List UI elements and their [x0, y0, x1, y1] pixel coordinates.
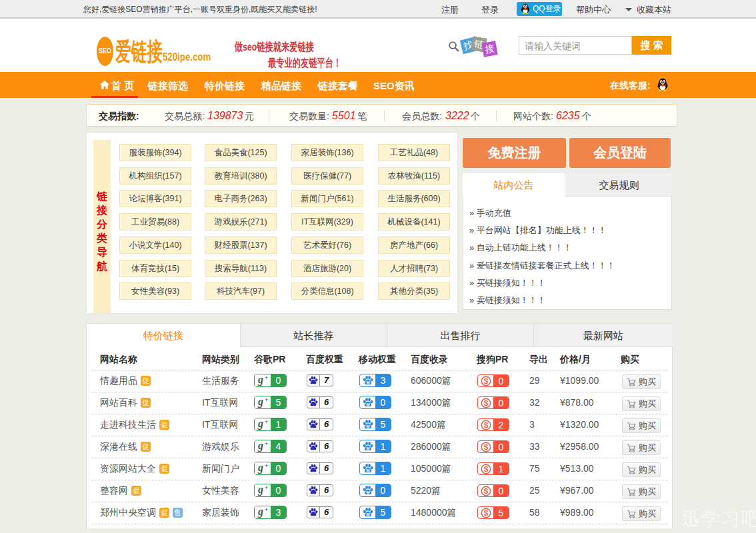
svg-text:S: S — [483, 377, 488, 384]
svg-text:+: + — [265, 484, 268, 491]
svg-text:S: S — [483, 421, 488, 428]
svg-text:M: M — [366, 380, 369, 384]
svg-text:S: S — [483, 443, 488, 450]
svg-text:g: g — [257, 396, 263, 408]
svg-text:+: + — [265, 462, 268, 469]
svg-text:S: S — [483, 399, 488, 406]
svg-text:g: g — [257, 374, 263, 386]
svg-text:+: + — [265, 418, 268, 425]
svg-text:M: M — [366, 512, 369, 516]
svg-text:g: g — [257, 506, 263, 518]
svg-text:S: S — [483, 487, 488, 494]
svg-text:g: g — [257, 440, 263, 452]
svg-text:+: + — [265, 440, 268, 447]
svg-text:S: S — [483, 509, 488, 516]
svg-text:+: + — [265, 506, 268, 513]
svg-text:g: g — [257, 418, 263, 430]
svg-text:g: g — [257, 484, 263, 496]
svg-text:M: M — [366, 446, 369, 450]
svg-text:+: + — [265, 396, 268, 403]
svg-text:S: S — [483, 465, 488, 472]
svg-text:M: M — [366, 424, 369, 428]
svg-text:+: + — [265, 374, 268, 381]
svg-text:M: M — [366, 402, 369, 406]
svg-text:g: g — [257, 462, 263, 474]
svg-text:M: M — [366, 468, 369, 472]
svg-text:M: M — [366, 490, 369, 494]
